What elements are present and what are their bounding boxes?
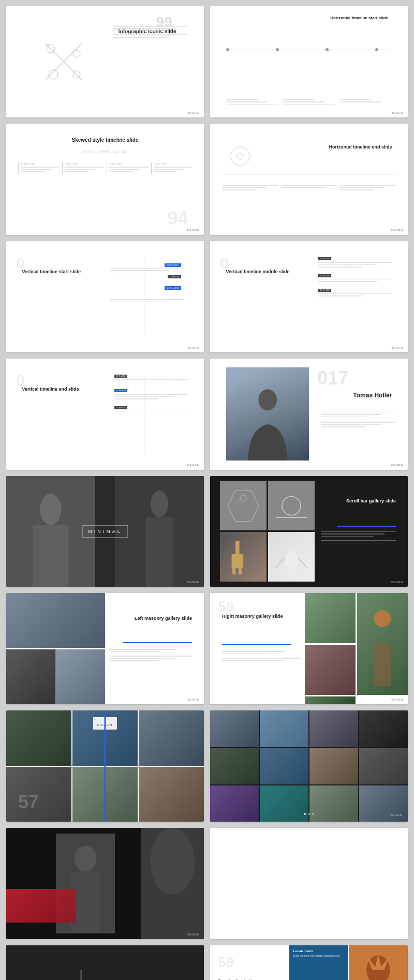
- photo-right: [141, 828, 204, 939]
- slide-infographic-iconic: 99 Infographic iconic slide: [6, 6, 204, 117]
- slide-vertical-timeline-middle: 0 Vertical timeline middle slide 15. Nov…: [210, 241, 408, 352]
- svg-point-8: [258, 389, 277, 410]
- slide-title: Vertical timeline middle slide: [226, 269, 290, 275]
- raven-logo: RAVEN: [391, 229, 404, 232]
- raven-logo: RAVEN: [187, 698, 200, 701]
- svg-point-23: [285, 551, 298, 570]
- badge-2: 15. Nov 2016: [318, 274, 332, 277]
- accent-line: [222, 644, 291, 645]
- masonry-grid: [6, 593, 105, 704]
- raven-logo: RAVEN: [390, 813, 403, 816]
- slide-title: Horizontal timeline end slide: [329, 144, 392, 151]
- raven-logo: RAVEN: [391, 581, 404, 584]
- dark-photo-background: [6, 945, 204, 980]
- slide-dark-tagline: Intrinsicly predominate magnetic experie…: [6, 945, 204, 980]
- svg-point-16: [240, 495, 246, 501]
- svg-point-4: [49, 70, 58, 79]
- svg-rect-22: [239, 569, 242, 575]
- badge: 15. Nov 2016: [114, 375, 128, 378]
- slide-vertical-timeline-end: 0 Vertical timeline end slide 15. Nov 20…: [6, 359, 204, 470]
- gallery-cell-2: [268, 481, 315, 530]
- svg-rect-31: [6, 945, 204, 980]
- content-lines: [321, 531, 396, 545]
- slide-minimal-dark: MINIMAL RAVEN: [6, 476, 204, 587]
- circle-icon: [230, 146, 289, 169]
- description-lines: [321, 412, 396, 429]
- photo-cell-11: [309, 785, 358, 822]
- slide-masonry-right: Right masonry gallery slide 59 RAVEN: [210, 593, 408, 704]
- accent-line: [123, 642, 192, 643]
- slide-title: Left masonry gallery slide: [135, 615, 192, 622]
- timeline-content: [222, 185, 396, 192]
- photo-cell-1: [6, 710, 71, 765]
- minimal-label: MINIMAL: [82, 525, 128, 538]
- slide-title: Vertical timeline end slide: [22, 386, 79, 393]
- person-silhouette: [226, 367, 309, 461]
- timeline-items: 15. March 2016 7. March 2016 4. March 20…: [18, 162, 192, 174]
- raven-logo: RAVEN: [391, 464, 404, 467]
- slide-title: Vertical timeline start slide: [22, 269, 81, 275]
- slide-colorful-tiles: 59 Some heading text here Lorem ipsum Do…: [210, 945, 408, 980]
- gallery-cell-4: [268, 532, 315, 581]
- icons-area: [22, 23, 105, 100]
- red-accent: [6, 889, 76, 922]
- raven-logo: RAVEN: [391, 698, 404, 701]
- slides-grid: 99 Infographic iconic slide: [0, 0, 414, 980]
- slide-photo-grid-dark: RAVEN: [210, 710, 408, 822]
- raven-logo: RAVEN: [187, 464, 200, 467]
- photo-cell-2: [260, 710, 308, 747]
- photo-cell-6: [139, 767, 204, 822]
- raven-logo: RAVEN: [187, 346, 200, 349]
- svg-rect-11: [33, 525, 69, 587]
- raven-logo: RAVEN: [187, 933, 200, 936]
- slide-horizontal-timeline-end: Horizontal timeline end slide RAVEN: [210, 124, 408, 235]
- svg-point-24: [374, 611, 391, 628]
- svg-point-13: [151, 490, 168, 517]
- photo-cell-1: [210, 710, 259, 747]
- photo-cell-9: [210, 785, 259, 822]
- slide-big-number: 017: [317, 367, 348, 389]
- svg-point-10: [40, 494, 61, 525]
- badge: 15. Nov 2016: [318, 257, 332, 260]
- masonry-cell-tall: [357, 593, 408, 695]
- tile-1: Lorem ipsum Dolor sit amet consectetur a…: [289, 945, 348, 980]
- person-name: Tomas Holler: [353, 392, 392, 399]
- photo-cell-3: [139, 710, 204, 765]
- svg-rect-25: [374, 644, 391, 687]
- slide-photo-person-dark: RAVEN: [6, 828, 204, 939]
- slide-colorful-mosaic: [210, 828, 408, 939]
- blue-accent-line: [337, 526, 396, 527]
- masonry-cell-deer: [305, 593, 356, 643]
- fashion-photo-left: [6, 476, 95, 587]
- photo-cell-5: [210, 748, 259, 784]
- svg-point-7: [237, 153, 243, 159]
- gallery-grid: [220, 481, 315, 581]
- content-lines: [109, 647, 192, 663]
- timeline-entries: 15. Nov 2016 15. Nov 2016 15. Nov 2016: [109, 369, 188, 413]
- content-lines: [222, 649, 301, 663]
- badge: CURRENTLY: [165, 263, 181, 267]
- blue-stripe: [105, 710, 106, 822]
- badge-3: 15. Nov 2016: [114, 406, 128, 409]
- timeline-entries: 15. Nov 2016 15. Nov 2016 15. Nov 2016: [313, 252, 392, 298]
- svg-point-17: [282, 497, 301, 515]
- person-photo: [226, 367, 309, 461]
- slide-title: Horizontal timeline start slide: [330, 15, 388, 21]
- svg-rect-14: [146, 517, 173, 587]
- slide-skewed-timeline: Skewed style timeline slide INFOGRAPHIC …: [6, 124, 204, 235]
- fashion-photo-right: [115, 476, 204, 587]
- svg-point-30: [150, 828, 195, 895]
- timeline-entries: CURRENTLY 15. Nov 2016 15. Nov 2016: [105, 258, 184, 304]
- slide-scroll-gallery: Scroll bar gallery slide RAVEN: [210, 476, 408, 587]
- raven-logo: RAVEN: [391, 111, 404, 114]
- slide-big-number: 59: [218, 599, 234, 615]
- raven-logo: RAVEN: [187, 581, 200, 584]
- masonry-cell-1: [6, 593, 105, 648]
- slide-subtitle: INFOGRAPHIC SLIDE: [83, 150, 127, 153]
- raven-logo: RAVEN: [391, 346, 404, 349]
- slide-big-number: 59: [218, 954, 234, 971]
- svg-rect-32: [80, 970, 82, 980]
- slide-vertical-timeline-start: 0 Vertical timeline start slide CURRENTL…: [6, 241, 204, 352]
- tiles-grid: Lorem ipsum Dolor sit amet consectetur a…: [289, 945, 408, 980]
- masonry-grid: [305, 593, 408, 704]
